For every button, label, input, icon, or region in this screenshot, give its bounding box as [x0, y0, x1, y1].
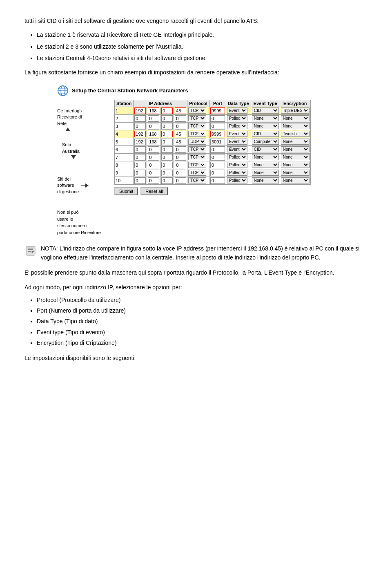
cell-ip-part[interactable]: [160, 177, 174, 184]
encryption-select[interactable]: Triple DESNoneTwofishAES: [281, 154, 310, 160]
protocol-select[interactable]: TCPUDP: [188, 115, 206, 121]
cell-ip-part[interactable]: [134, 122, 147, 130]
eventtype-select[interactable]: CIDNoneComputer: [252, 177, 279, 183]
cell-protocol[interactable]: TCPUDP: [187, 177, 209, 184]
ip-input[interactable]: [175, 162, 186, 168]
cell-protocol[interactable]: TCPUDP: [187, 114, 209, 122]
cell-encryption[interactable]: Triple DESNoneTwofishAES: [280, 153, 310, 161]
cell-protocol[interactable]: TCPUDP: [187, 122, 209, 130]
datatype-select[interactable]: EventPolled: [227, 154, 247, 160]
ip-input[interactable]: [134, 123, 146, 130]
cell-protocol[interactable]: TCPUDP: [187, 169, 209, 177]
cell-datatype[interactable]: EventPolled: [226, 145, 251, 153]
cell-ip-part[interactable]: [134, 138, 147, 145]
port-input[interactable]: [210, 154, 225, 161]
cell-port[interactable]: [209, 161, 226, 169]
datatype-select[interactable]: EventPolled: [227, 170, 247, 176]
cell-eventtype[interactable]: CIDNoneComputer: [251, 114, 280, 122]
cell-ip-part[interactable]: [147, 145, 160, 153]
eventtype-select[interactable]: CIDNoneComputer: [252, 115, 279, 121]
ip-input[interactable]: [161, 123, 173, 130]
cell-datatype[interactable]: EventPolled: [226, 153, 251, 161]
ip-input[interactable]: [148, 107, 159, 114]
eventtype-select[interactable]: CIDNoneComputer: [252, 107, 279, 114]
ip-input[interactable]: [161, 177, 173, 184]
cell-encryption[interactable]: Triple DESNoneTwofishAES: [280, 161, 310, 169]
ip-input[interactable]: [161, 131, 173, 137]
datatype-select[interactable]: EventPolled: [227, 107, 247, 114]
cell-ip-part[interactable]: [134, 114, 147, 122]
cell-eventtype[interactable]: CIDNoneComputer: [251, 169, 280, 177]
protocol-select[interactable]: TCPUDP: [188, 177, 206, 183]
ip-input[interactable]: [148, 162, 159, 168]
protocol-select[interactable]: TCPUDP: [188, 139, 206, 145]
cell-protocol[interactable]: TCPUDP: [187, 107, 209, 114]
port-input[interactable]: [210, 170, 225, 176]
cell-encryption[interactable]: Triple DESNoneTwofishAES: [280, 169, 310, 177]
cell-port[interactable]: [209, 107, 226, 114]
port-input[interactable]: [210, 139, 225, 145]
encryption-select[interactable]: Triple DESNoneTwofishAES: [281, 115, 310, 121]
ip-input[interactable]: [175, 107, 186, 114]
cell-protocol[interactable]: TCPUDP: [187, 153, 209, 161]
cell-eventtype[interactable]: CIDNoneComputer: [251, 177, 280, 184]
port-input[interactable]: [210, 177, 225, 184]
eventtype-select[interactable]: CIDNoneComputer: [252, 139, 279, 145]
encryption-select[interactable]: Triple DESNoneTwofishAES: [281, 131, 310, 137]
ip-input[interactable]: [175, 123, 186, 130]
ip-input[interactable]: [148, 115, 159, 122]
ip-input[interactable]: [175, 170, 186, 176]
cell-port[interactable]: [209, 138, 226, 145]
datatype-select[interactable]: EventPolled: [227, 146, 247, 152]
ip-input[interactable]: [148, 177, 159, 184]
cell-port[interactable]: [209, 177, 226, 184]
cell-port[interactable]: [209, 153, 226, 161]
protocol-select[interactable]: TCPUDP: [188, 154, 206, 160]
cell-ip-part[interactable]: [134, 169, 147, 177]
encryption-select[interactable]: Triple DESNoneTwofishAES: [281, 146, 310, 152]
ip-input[interactable]: [161, 170, 173, 176]
cell-ip-part[interactable]: [134, 145, 147, 153]
ip-input[interactable]: [148, 146, 159, 153]
protocol-select[interactable]: TCPUDP: [188, 131, 206, 137]
cell-ip-part[interactable]: [174, 122, 187, 130]
ip-input[interactable]: [148, 154, 159, 161]
datatype-select[interactable]: EventPolled: [227, 177, 247, 183]
cell-protocol[interactable]: TCPUDP: [187, 130, 209, 138]
port-input[interactable]: [210, 131, 225, 137]
cell-datatype[interactable]: EventPolled: [226, 130, 251, 138]
ip-input[interactable]: [161, 115, 173, 122]
port-input[interactable]: [210, 162, 225, 168]
cell-ip-part[interactable]: [134, 107, 147, 114]
cell-ip-part[interactable]: [160, 130, 174, 138]
cell-ip-part[interactable]: [147, 138, 160, 145]
ip-input[interactable]: [134, 170, 146, 176]
cell-ip-part[interactable]: [160, 153, 174, 161]
ip-input[interactable]: [134, 107, 146, 114]
cell-ip-part[interactable]: [160, 122, 174, 130]
cell-ip-part[interactable]: [147, 177, 160, 184]
cell-ip-part[interactable]: [160, 138, 174, 145]
ip-input[interactable]: [161, 162, 173, 168]
cell-ip-part[interactable]: [174, 177, 187, 184]
ip-input[interactable]: [161, 146, 173, 153]
cell-datatype[interactable]: EventPolled: [226, 177, 251, 184]
cell-ip-part[interactable]: [174, 130, 187, 138]
ip-input[interactable]: [161, 154, 173, 161]
ip-input[interactable]: [134, 115, 146, 122]
ip-input[interactable]: [148, 139, 159, 145]
cell-eventtype[interactable]: CIDNoneComputer: [251, 107, 280, 114]
cell-ip-part[interactable]: [174, 145, 187, 153]
datatype-select[interactable]: EventPolled: [227, 123, 247, 129]
ip-input[interactable]: [175, 154, 186, 161]
cell-datatype[interactable]: EventPolled: [226, 114, 251, 122]
cell-port[interactable]: [209, 122, 226, 130]
encryption-select[interactable]: Triple DESNoneTwofishAES: [281, 170, 310, 176]
cell-ip-part[interactable]: [174, 107, 187, 114]
ip-input[interactable]: [175, 146, 186, 153]
port-input[interactable]: [210, 107, 225, 114]
protocol-select[interactable]: TCPUDP: [188, 146, 206, 152]
port-input[interactable]: [210, 115, 225, 122]
cell-datatype[interactable]: EventPolled: [226, 122, 251, 130]
submit-button[interactable]: Submit: [114, 187, 138, 195]
